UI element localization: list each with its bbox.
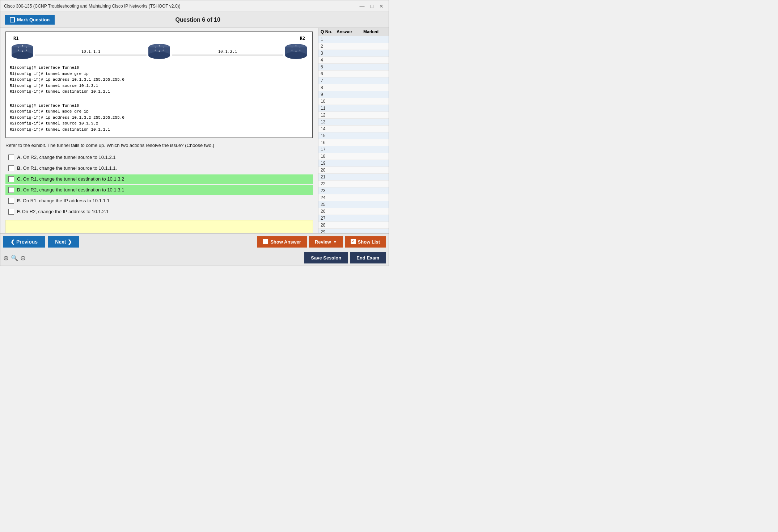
table-header: Q No. Answer Marked <box>318 28 389 36</box>
window-title: Cisco 300-135 (CCNP Troubleshooting and … <box>4 4 181 9</box>
right-panel: Q No. Answer Marked 12345678910111213141… <box>318 28 389 233</box>
q-marked <box>363 168 381 173</box>
q-answer <box>337 154 362 159</box>
q-number: 4 <box>321 58 335 63</box>
q-marked <box>363 216 381 221</box>
svg-text:✦: ✦ <box>21 49 24 53</box>
q-marked <box>363 195 381 200</box>
r2-router: ✦ ↑ ↑ ↑ ↓ ↓ <box>283 43 309 61</box>
q-answer <box>337 92 362 97</box>
q-number: 26 <box>321 209 335 214</box>
q-answer <box>337 147 362 152</box>
option-e-text: E. On R1, change the IP address to 10.1.… <box>17 198 110 203</box>
table-row: 25 <box>318 201 389 208</box>
option-d-checkbox[interactable] <box>8 187 14 193</box>
q-marked <box>363 223 381 228</box>
q-answer <box>337 85 362 90</box>
table-row: 16 <box>318 139 389 146</box>
option-f-row: F. On R2, change the IP address to 10.1.… <box>5 207 313 216</box>
previous-button[interactable]: ❮ Previous <box>3 236 45 248</box>
table-scroll[interactable]: 1234567891011121314151617181920212223242… <box>318 36 389 233</box>
q-number: 5 <box>321 64 335 69</box>
option-e-checkbox[interactable] <box>8 198 14 204</box>
table-row: 7 <box>318 77 389 84</box>
table-row: 5 <box>318 64 389 71</box>
option-f-checkbox[interactable] <box>8 209 14 215</box>
q-number: 17 <box>321 147 335 152</box>
table-row: 3 <box>318 50 389 57</box>
q-marked <box>363 64 381 69</box>
q-marked <box>363 119 381 124</box>
q-answer <box>337 44 362 49</box>
end-exam-label: End Exam <box>356 255 379 261</box>
svg-text:✦: ✦ <box>295 49 297 53</box>
next-button[interactable]: Next ❯ <box>48 236 79 248</box>
table-row: 12 <box>318 112 389 119</box>
zoom-out-button[interactable]: ⊖ <box>20 254 26 262</box>
review-label: Review <box>315 239 331 245</box>
save-session-button[interactable]: Save Session <box>304 252 348 263</box>
q-answer <box>337 174 362 180</box>
review-button[interactable]: Review ▼ <box>309 236 343 248</box>
router-diagram: ✦ ↑ ↑ ↑ ↓ ↓ 10.1.1.1 <box>10 43 309 61</box>
svg-point-20 <box>285 52 307 59</box>
table-row: 9 <box>318 91 389 98</box>
q-answer <box>337 229 362 233</box>
option-a-row: A. On R2, change the tunnel source to 10… <box>5 153 313 162</box>
q-marked <box>363 188 381 193</box>
table-row: 15 <box>318 132 389 139</box>
option-f-text: F. On R2, change the IP address to 10.1.… <box>17 209 109 214</box>
minimize-button[interactable]: — <box>358 3 366 9</box>
table-row: 6 <box>318 71 389 77</box>
show-list-button[interactable]: ✓ Show List <box>345 236 386 248</box>
q-number: 14 <box>321 126 335 131</box>
maximize-button[interactable]: □ <box>369 3 375 9</box>
svg-text:↑: ↑ <box>22 44 24 47</box>
panel-with-scroll: 1234567891011121314151617181920212223242… <box>318 36 389 233</box>
r1-code-line-5: R1(config-if)# tunnel destination 10.1.2… <box>10 89 309 95</box>
col-qno-header: Q No. <box>321 29 335 34</box>
left-panel: R1 R2 ✦ ↑ ↑ <box>0 28 318 233</box>
r2-code-line-4: R2(config-if)# tunnel source 10.1.3.2 <box>10 121 309 127</box>
r2-code-line-1: R2(config)# interface Tunnel0 <box>10 103 309 109</box>
r2-ip-label: 10.1.2.1 <box>218 49 237 54</box>
show-answer-label: Show Answer <box>270 239 301 245</box>
middle-router: ✦ ↑ ↑ ↑ ↓ ↓ <box>147 43 172 61</box>
show-answer-button[interactable]: Show Answer <box>257 236 307 248</box>
q-answer <box>337 78 362 83</box>
q-number: 22 <box>321 181 335 186</box>
q-number: 16 <box>321 140 335 145</box>
option-a-text: A. On R2, change the tunnel source to 10… <box>17 155 115 160</box>
zoom-normal-button[interactable]: 🔍 <box>11 254 18 261</box>
q-marked <box>363 106 381 111</box>
r2-code-line-5: R2(config-if)# tunnel destination 10.1.1… <box>10 127 309 133</box>
q-number: 20 <box>321 168 335 173</box>
zoom-in-button[interactable]: ⊕ <box>3 254 9 262</box>
previous-label: Previous <box>16 239 38 245</box>
q-marked <box>363 209 381 214</box>
option-b-checkbox[interactable] <box>8 165 14 171</box>
close-button[interactable]: ✕ <box>378 3 385 9</box>
q-number: 1 <box>321 37 335 42</box>
q-marked <box>363 161 381 166</box>
q-answer <box>337 106 362 111</box>
q-answer <box>337 188 362 193</box>
answer-area <box>5 220 313 233</box>
q-answer <box>337 195 362 200</box>
q-number: 13 <box>321 119 335 124</box>
mark-question-button[interactable]: Mark Question <box>5 15 55 25</box>
q-marked <box>363 78 381 83</box>
table-row: 14 <box>318 126 389 132</box>
option-c-checkbox[interactable] <box>8 176 14 182</box>
svg-text:↑: ↑ <box>158 44 160 47</box>
q-marked <box>363 58 381 63</box>
table-row: 21 <box>318 174 389 181</box>
r1-code-line-4: R1(config-if)# tunnel source 10.1.3.1 <box>10 83 309 89</box>
checkbox-icon <box>10 17 15 22</box>
end-exam-button[interactable]: End Exam <box>350 252 386 263</box>
middle-router-icon: ✦ ↑ ↑ ↑ ↓ ↓ <box>147 43 172 61</box>
option-a-checkbox[interactable] <box>8 155 14 160</box>
nav-buttons: ❮ Previous Next ❯ <box>3 236 79 248</box>
table-row: 11 <box>318 105 389 112</box>
r2-code: R2(config)# interface Tunnel0 R2(config-… <box>10 103 309 133</box>
